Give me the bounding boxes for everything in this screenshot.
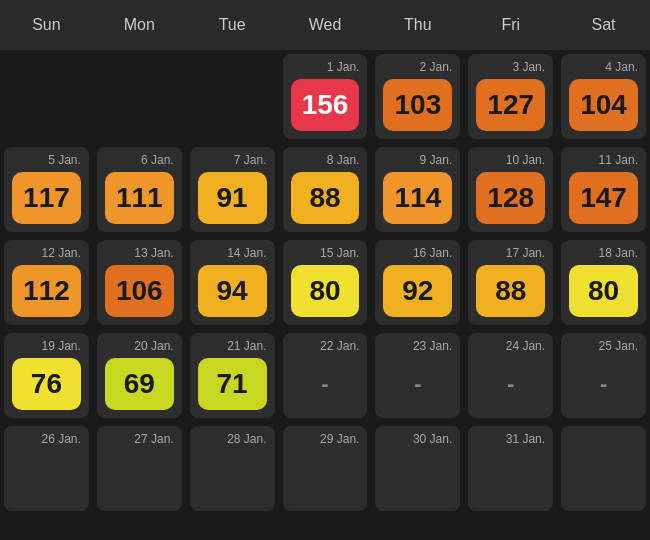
day-value: 69: [105, 358, 174, 410]
day-label: 20 Jan.: [105, 339, 174, 353]
day-cell: 6 Jan.111: [97, 147, 182, 232]
day-label: 17 Jan.: [476, 246, 545, 260]
day-cell: 20 Jan.69: [97, 333, 182, 418]
day-cell: 18 Jan.80: [561, 240, 646, 325]
day-label: 8 Jan.: [291, 153, 360, 167]
day-value: 114: [383, 172, 452, 224]
day-cell: 3 Jan.127: [468, 54, 553, 139]
day-cell: 23 Jan.-: [375, 333, 460, 418]
day-value: -: [476, 361, 545, 407]
day-value: 91: [198, 172, 267, 224]
day-value: 80: [291, 265, 360, 317]
day-cell: 22 Jan.-: [283, 333, 368, 418]
day-cell: 12 Jan.112: [4, 240, 89, 325]
day-cell: 30 Jan.: [375, 426, 460, 511]
day-value: -: [383, 361, 452, 407]
day-value: 117: [12, 172, 81, 224]
week-row-0: 1 Jan.1562 Jan.1033 Jan.1274 Jan.104: [0, 50, 650, 143]
week-row-4: 26 Jan.27 Jan.28 Jan.29 Jan.30 Jan.31 Ja…: [0, 422, 650, 515]
day-cell: 1 Jan.156: [283, 54, 368, 139]
day-cell: [4, 54, 89, 139]
day-label: 9 Jan.: [383, 153, 452, 167]
day-value: 147: [569, 172, 638, 224]
day-value: -: [569, 361, 638, 407]
header-day-fri: Fri: [464, 0, 557, 50]
day-cell: 7 Jan.91: [190, 147, 275, 232]
day-value: -: [291, 361, 360, 407]
day-label: 1 Jan.: [291, 60, 360, 74]
day-value: 80: [569, 265, 638, 317]
day-label: 31 Jan.: [476, 432, 545, 446]
day-cell: 27 Jan.: [97, 426, 182, 511]
header-day-thu: Thu: [371, 0, 464, 50]
header-day-mon: Mon: [93, 0, 186, 50]
day-value: 112: [12, 265, 81, 317]
day-label: 22 Jan.: [291, 339, 360, 353]
header-day-sat: Sat: [557, 0, 650, 50]
day-cell: 28 Jan.: [190, 426, 275, 511]
day-label: 29 Jan.: [291, 432, 360, 446]
day-label: 21 Jan.: [198, 339, 267, 353]
day-cell: 8 Jan.88: [283, 147, 368, 232]
calendar: SunMonTueWedThuFriSat 1 Jan.1562 Jan.103…: [0, 0, 650, 515]
day-value: 76: [12, 358, 81, 410]
day-value: 88: [291, 172, 360, 224]
day-cell: 26 Jan.: [4, 426, 89, 511]
day-cell: 5 Jan.117: [4, 147, 89, 232]
day-cell: 16 Jan.92: [375, 240, 460, 325]
day-cell: 17 Jan.88: [468, 240, 553, 325]
day-cell: 14 Jan.94: [190, 240, 275, 325]
day-label: 6 Jan.: [105, 153, 174, 167]
day-value: 128: [476, 172, 545, 224]
calendar-body: 1 Jan.1562 Jan.1033 Jan.1274 Jan.1045 Ja…: [0, 50, 650, 515]
day-label: 7 Jan.: [198, 153, 267, 167]
day-value: 92: [383, 265, 452, 317]
day-cell: 10 Jan.128: [468, 147, 553, 232]
day-label: 4 Jan.: [569, 60, 638, 74]
week-row-1: 5 Jan.1176 Jan.1117 Jan.918 Jan.889 Jan.…: [0, 143, 650, 236]
day-label: 16 Jan.: [383, 246, 452, 260]
day-label: 5 Jan.: [12, 153, 81, 167]
calendar-header: SunMonTueWedThuFriSat: [0, 0, 650, 50]
week-row-3: 19 Jan.7620 Jan.6921 Jan.7122 Jan.-23 Ja…: [0, 329, 650, 422]
day-label: 13 Jan.: [105, 246, 174, 260]
day-label: 12 Jan.: [12, 246, 81, 260]
day-cell: 31 Jan.: [468, 426, 553, 511]
day-label: 24 Jan.: [476, 339, 545, 353]
day-cell: 9 Jan.114: [375, 147, 460, 232]
day-value: 103: [383, 79, 452, 131]
week-row-2: 12 Jan.11213 Jan.10614 Jan.9415 Jan.8016…: [0, 236, 650, 329]
day-cell: 11 Jan.147: [561, 147, 646, 232]
header-day-tue: Tue: [186, 0, 279, 50]
header-day-wed: Wed: [279, 0, 372, 50]
day-label: 19 Jan.: [12, 339, 81, 353]
day-value: 106: [105, 265, 174, 317]
day-label: 2 Jan.: [383, 60, 452, 74]
day-label: 18 Jan.: [569, 246, 638, 260]
day-label: 30 Jan.: [383, 432, 452, 446]
day-cell: 25 Jan.-: [561, 333, 646, 418]
day-cell: 19 Jan.76: [4, 333, 89, 418]
day-value: 156: [291, 79, 360, 131]
day-cell: [190, 54, 275, 139]
day-label: 10 Jan.: [476, 153, 545, 167]
day-value: 94: [198, 265, 267, 317]
day-cell: [561, 426, 646, 511]
day-cell: [97, 54, 182, 139]
day-cell: 4 Jan.104: [561, 54, 646, 139]
day-cell: 24 Jan.-: [468, 333, 553, 418]
day-value: 88: [476, 265, 545, 317]
header-day-sun: Sun: [0, 0, 93, 50]
day-cell: 29 Jan.: [283, 426, 368, 511]
day-label: 26 Jan.: [12, 432, 81, 446]
day-label: 25 Jan.: [569, 339, 638, 353]
day-cell: 13 Jan.106: [97, 240, 182, 325]
day-cell: 2 Jan.103: [375, 54, 460, 139]
day-cell: 15 Jan.80: [283, 240, 368, 325]
day-label: 14 Jan.: [198, 246, 267, 260]
day-label: 15 Jan.: [291, 246, 360, 260]
day-label: 27 Jan.: [105, 432, 174, 446]
day-label: 23 Jan.: [383, 339, 452, 353]
day-label: 3 Jan.: [476, 60, 545, 74]
day-cell: 21 Jan.71: [190, 333, 275, 418]
